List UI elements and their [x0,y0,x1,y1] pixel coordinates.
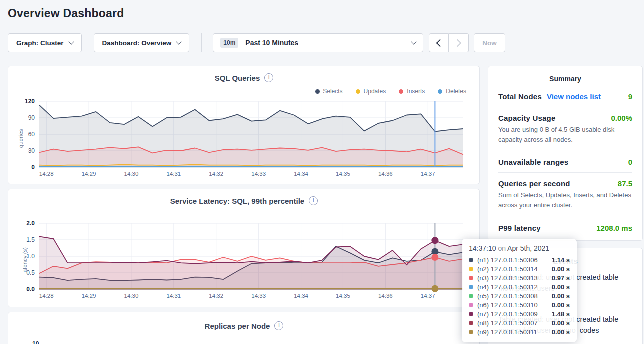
service-latency-chart[interactable]: 0.00.51.01.52.014:2814:2914:3014:3114:32… [15,218,467,304]
dashboard-label: Dashboard: Overview [102,39,172,47]
queries-per-second-label: Queries per second [498,179,570,188]
svg-text:0.5: 0.5 [26,269,35,276]
now-button[interactable]: Now [474,33,505,52]
queries-per-second-desc: Sum of Selects, Updates, Inserts, and De… [498,190,632,210]
tooltip-rows: (n1) 127.0.0.1:503061.14 s(n2) 127.0.0.1… [469,255,570,336]
tooltip-node-label: (n4) 127.0.0.1:50312 [477,283,538,291]
sql-queries-title: SQL Queries i [8,73,479,82]
svg-text:14:33: 14:33 [251,293,266,299]
summary-card: Summary Total Nodes View nodes list 9 Ca… [488,66,643,241]
svg-text:14:34: 14:34 [294,171,308,177]
sql-queries-chart[interactable]: 030609012014:2814:2914:3014:3114:3214:33… [15,96,467,182]
node-color-dot [469,258,473,262]
info-icon[interactable]: i [309,196,318,205]
time-next-button[interactable] [449,33,469,52]
svg-text:14:36: 14:36 [378,171,393,177]
node-color-dot [469,303,473,307]
svg-text:14:37: 14:37 [421,293,435,299]
info-icon[interactable]: i [264,73,273,82]
time-prev-button[interactable] [429,33,449,52]
chevron-down-icon [176,39,182,44]
graph-scope-dropdown[interactable]: Graph: Cluster [8,33,82,52]
legend-item-selects[interactable]: Selects [315,88,342,95]
legend-item-inserts[interactable]: Inserts [399,88,425,95]
tooltip-timestamp: 14:37:10 on Apr 5th, 2021 [469,244,570,252]
tooltip-node-value: 0.00 s [552,283,570,291]
spacer [8,205,479,217]
replicas-y-tick: 10 [32,340,39,344]
tooltip-node-value: 0.00 s [552,319,570,327]
sql-chart-wrap: queries 030609012014:2814:2914:3014:3114… [15,96,479,182]
node-color-dot [469,267,473,271]
controls-divider [201,33,202,52]
svg-text:0.0: 0.0 [26,286,35,293]
tooltip-row: (n1) 127.0.0.1:503061.14 s [469,255,570,264]
capacity-usage-label: Capacity Usage [498,114,556,122]
overview-dashboard-page: Overview Dashboard Graph: Cluster Dashbo… [0,0,644,344]
tooltip-node-label: (n7) 127.0.0.1:50309 [477,310,538,318]
node-color-dot [469,330,473,334]
node-color-dot [469,312,473,316]
replicas-per-node-card: Replicas per Node i 10 [8,312,480,344]
time-nav-group [429,33,469,52]
legend-label: Deletes [446,88,466,95]
info-icon[interactable]: i [274,321,283,330]
tooltip-node-value: 0.00 s [552,328,570,336]
node-color-dot [469,276,473,280]
svg-text:30: 30 [28,147,35,154]
tooltip-node-value: 0.00 s [552,292,570,300]
p99-latency-label: P99 latency [498,224,541,232]
sql-queries-card: SQL Queries i SelectsUpdatesInsertsDelet… [8,66,480,184]
tooltip-node-value: 1.48 s [552,310,570,318]
p99-latency-value: 1208.0 ms [596,224,632,232]
capacity-usage-stat: Capacity Usage 0.00% You are using 0 B o… [498,107,632,151]
service-latency-title: Service Latency: SQL, 99th percentile i [8,196,479,205]
tooltip-row: (n7) 127.0.0.1:503091.48 s [469,309,570,318]
svg-text:0: 0 [31,164,35,171]
svg-text:1.0: 1.0 [26,253,35,260]
tooltip-node-label: (n5) 127.0.0.1:50308 [477,292,538,300]
legend-item-updates[interactable]: Updates [356,88,386,95]
time-range-dropdown[interactable]: 10m Past 10 Minutes [213,33,423,52]
unavailable-ranges-label: Unavailable ranges [498,158,568,166]
charts-column: SQL Queries i SelectsUpdatesInsertsDelet… [8,66,480,344]
svg-text:14:29: 14:29 [82,171,96,177]
tooltip-row: (n8) 127.0.0.1:503070.00 s [469,318,570,327]
tooltip-node-value: 0.00 s [552,265,570,273]
tooltip-node-label: (n3) 127.0.0.1:50313 [477,274,538,282]
legend-dot [438,89,442,94]
total-nodes-value: 9 [628,92,632,101]
chevron-down-icon [68,39,74,44]
tooltip-node-value: 1.14 s [552,256,570,264]
legend-item-deletes[interactable]: Deletes [438,88,466,95]
chevron-down-icon [411,39,417,44]
summary-title: Summary [498,66,632,86]
legend-label: Selects [323,88,342,95]
tooltip-node-value: 0.97 s [552,274,570,282]
total-nodes-label: Total Nodes [498,92,542,101]
tooltip-node-value: 0.00 s [552,301,570,309]
tooltip-row: (n6) 127.0.0.1:503100.00 s [469,300,570,309]
node-color-dot [469,285,473,289]
latency-chart-wrap: latency (s) 0.00.51.01.52.014:2814:2914:… [15,218,479,304]
svg-text:90: 90 [28,114,35,121]
tooltip-row: (n2) 127.0.0.1:503140.00 s [469,264,570,273]
svg-text:14:31: 14:31 [166,293,181,299]
legend-label: Inserts [407,88,425,95]
view-nodes-list-link[interactable]: View nodes list [547,92,601,101]
svg-text:14:29: 14:29 [82,293,96,299]
svg-text:1.5: 1.5 [26,236,35,243]
tooltip-row: (n5) 127.0.0.1:503080.00 s [469,291,570,300]
node-color-dot [469,321,473,325]
total-nodes-stat: Total Nodes View nodes list 9 [498,86,632,107]
svg-text:14:31: 14:31 [166,171,181,177]
svg-text:2.0: 2.0 [26,220,35,227]
legend-label: Updates [364,88,386,95]
svg-text:14:33: 14:33 [251,171,266,177]
dashboard-dropdown[interactable]: Dashboard: Overview [94,33,190,52]
svg-text:14:30: 14:30 [124,293,139,299]
node-color-dot [469,294,473,298]
tooltip-row: (n3) 127.0.0.1:503130.97 s [469,273,570,282]
tooltip-node-label: (n2) 127.0.0.1:50314 [477,265,538,273]
legend-dot [315,89,320,94]
